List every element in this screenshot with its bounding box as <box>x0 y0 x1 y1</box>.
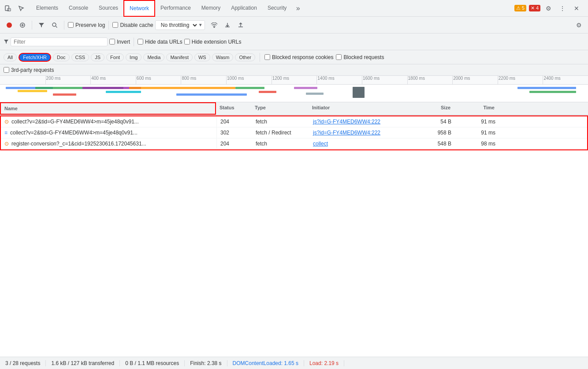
filter-btn-manifest[interactable]: Manifest <box>166 53 193 61</box>
td-initiator[interactable]: collect <box>309 138 411 149</box>
svg-point-4 <box>52 23 56 26</box>
preserve-log-label[interactable]: Preserve log <box>68 22 105 28</box>
throttle-select[interactable]: No throttling <box>157 21 198 30</box>
device-toolbar-icon[interactable] <box>2 2 14 15</box>
ruler-tick-8: 1800 ms <box>407 76 425 81</box>
ruler-line-10 <box>498 76 498 84</box>
table-row[interactable]: ⊙ collect?v=2&tid=G-FY4MED6WW4>m=45je48q… <box>1 116 587 127</box>
td-name-text: register-conversion?_c=1&cid=1925230616.… <box>11 141 146 147</box>
more-options-icon[interactable]: ⋮ <box>556 2 569 15</box>
inspect-icon[interactable] <box>15 2 27 15</box>
import-har-icon[interactable] <box>222 19 233 31</box>
divider2 <box>64 21 64 30</box>
filter-btn-other[interactable]: Other <box>235 53 255 61</box>
tbar-8 <box>176 93 247 96</box>
settings-icon[interactable]: ⚙ <box>542 2 555 15</box>
th-type[interactable]: Type <box>251 102 309 115</box>
ruler-line-7 <box>362 76 362 84</box>
th-time[interactable]: Time <box>454 102 498 115</box>
search-button[interactable] <box>49 19 60 31</box>
tab-bar: Elements Console Sources Network Perform… <box>0 0 588 17</box>
tab-elements[interactable]: Elements <box>31 0 63 17</box>
td-initiator[interactable]: js?id=G-FY4MED6WW4:222 <box>309 127 411 138</box>
invert-label[interactable]: Invert <box>109 39 130 45</box>
filter-toggle-button[interactable] <box>36 19 47 31</box>
more-tabs-icon[interactable]: » <box>292 2 304 15</box>
ruler-tick-2: 600 ms <box>136 76 151 81</box>
filter-btn-all[interactable]: All <box>4 53 17 61</box>
blocked-requests-checkbox[interactable] <box>336 54 342 60</box>
blocked-requests-label[interactable]: Blocked requests <box>336 54 384 60</box>
filter-btn-img[interactable]: Img <box>126 53 141 61</box>
th-initiator[interactable]: Initiator <box>309 102 410 115</box>
divider1 <box>32 21 32 30</box>
table-row[interactable]: ≡ collect?v=2&tid=G-FY4MED6WW4>m=45je48q… <box>1 127 587 138</box>
hide-extension-urls-checkbox[interactable] <box>184 39 190 45</box>
filter-btn-ws[interactable]: WS <box>194 53 210 61</box>
th-name[interactable]: Name <box>0 102 216 115</box>
filter-input[interactable] <box>14 39 104 45</box>
td-status: 302 <box>217 127 252 138</box>
filter-btn-font[interactable]: Font <box>106 53 124 61</box>
invert-checkbox[interactable] <box>109 39 115 45</box>
tbar-10 <box>259 91 276 93</box>
tab-application[interactable]: Application <box>226 0 262 17</box>
ruler-line-9 <box>452 76 453 84</box>
blocked-cookies-label[interactable]: Blocked response cookies <box>264 54 333 60</box>
export-har-icon[interactable] <box>235 19 246 31</box>
filter-btn-media[interactable]: Media <box>143 53 164 61</box>
blocked-cookies-checkbox[interactable] <box>264 54 270 60</box>
ruler-tick-4: 1000 ms <box>226 76 244 81</box>
filter-btn-wasm[interactable]: Wasm <box>212 53 234 61</box>
preserve-log-checkbox[interactable] <box>68 22 74 28</box>
ruler-line-4 <box>226 76 227 84</box>
filter-btn-css[interactable]: CSS <box>71 53 89 61</box>
clear-button[interactable] <box>17 19 28 31</box>
third-party-requests-label[interactable]: 3rd-party requests <box>4 67 54 73</box>
hide-extension-urls-label[interactable]: Hide extension URLs <box>184 39 242 45</box>
ruler-tick-7: 1600 ms <box>362 76 380 81</box>
ruler-tick-9: 2000 ms <box>452 76 470 81</box>
table-row[interactable]: ⊙ register-conversion?_c=1&cid=192523061… <box>1 138 587 149</box>
close-devtools-icon[interactable]: ✕ <box>570 2 583 15</box>
tab-network[interactable]: Network <box>123 0 155 17</box>
ruler-tick-1: 400 ms <box>90 76 106 81</box>
ruler-tick-3: 800 ms <box>181 76 196 81</box>
ruler-tick-0: 200 ms <box>45 76 61 81</box>
disable-cache-label[interactable]: Disable cache <box>112 22 153 28</box>
network-toolbar3: AllFetch/XHRDocCSSJSFontImgMediaManifest… <box>0 50 588 64</box>
th-size[interactable]: Size <box>410 102 454 115</box>
warning-badge[interactable]: ⚠ 5 <box>514 5 526 11</box>
tbar-4 <box>53 93 76 96</box>
filter-btn-fetch/xhr[interactable]: Fetch/XHR <box>19 53 51 62</box>
tbar-14 <box>529 91 577 93</box>
tab-performance[interactable]: Performance <box>155 0 196 17</box>
table-body: ⊙ collect?v=2&tid=G-FY4MED6WW4>m=45je48q… <box>0 116 588 150</box>
td-initiator[interactable]: js?id=G-FY4MED6WW4:222 <box>309 116 411 127</box>
online-icon[interactable] <box>208 19 220 31</box>
hide-data-urls-checkbox[interactable] <box>138 39 143 45</box>
td-name: ≡ collect?v=2&tid=G-FY4MED6WW4>m=45je48q… <box>1 127 217 138</box>
td-name-text: collect?v=2&tid=G-FY4MED6WW4>m=45je48q0v… <box>11 119 139 125</box>
network-toolbar1: Preserve log Disable cache No throttling… <box>0 17 588 34</box>
ruler-line-1 <box>90 76 91 84</box>
network-settings-icon[interactable]: ⚙ <box>573 19 584 31</box>
tab-security[interactable]: Security <box>262 0 292 17</box>
th-status[interactable]: Status <box>216 102 251 115</box>
tab-console[interactable]: Console <box>63 0 93 17</box>
third-party-requests-checkbox[interactable] <box>4 67 9 73</box>
error-badge[interactable]: ✕ 4 <box>529 5 540 11</box>
filter-btn-js[interactable]: JS <box>91 53 104 61</box>
hide-data-urls-label[interactable]: Hide data URLs <box>138 39 182 45</box>
divider4 <box>134 37 134 46</box>
tab-memory[interactable]: Memory <box>196 0 226 17</box>
filter-btn-doc[interactable]: Doc <box>53 53 70 61</box>
tab-sources[interactable]: Sources <box>93 0 123 17</box>
record-button[interactable] <box>4 19 15 31</box>
ruler-line-0 <box>45 76 46 84</box>
tbar-9 <box>235 87 265 89</box>
third-party-row: 3rd-party requests <box>0 64 588 76</box>
filter-input-wrapper <box>11 37 108 46</box>
disable-cache-checkbox[interactable] <box>112 22 118 28</box>
filter-icon <box>4 39 9 45</box>
